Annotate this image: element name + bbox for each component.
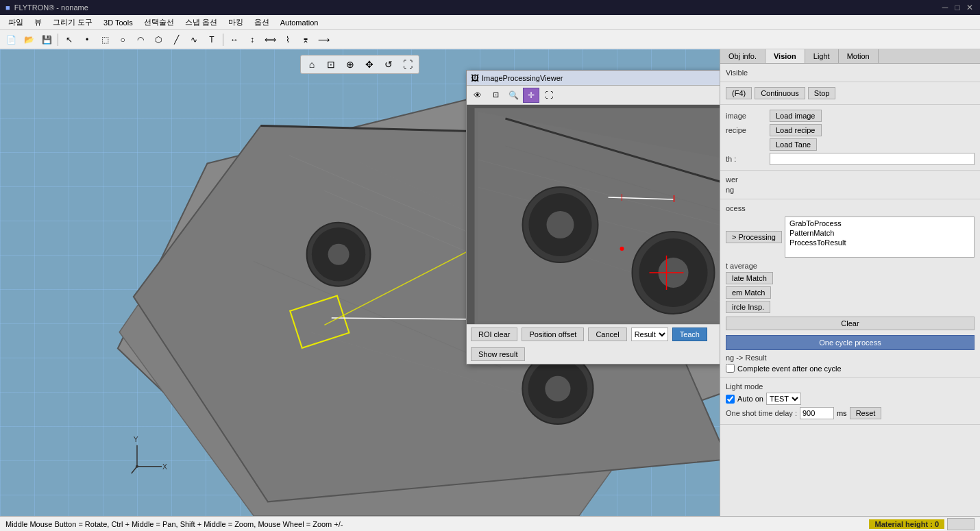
app-title: FLYTRON® - noname xyxy=(14,3,88,12)
menu-selection[interactable]: 선택술선 xyxy=(138,16,180,29)
menu-automation[interactable]: Automation xyxy=(275,17,324,28)
minimize-btn[interactable]: ─ xyxy=(940,3,950,12)
menu-draw-tools[interactable]: 그리기 도구 xyxy=(47,16,98,29)
material-height-label: Material height : xyxy=(874,520,932,528)
menu-3d-tools[interactable]: 3D Tools xyxy=(98,17,138,28)
svg-point-24 xyxy=(136,465,138,468)
right-panel: Obj info. Vision Light Motion Visible (F… xyxy=(720,49,980,516)
toolbar-save[interactable]: 💾 xyxy=(38,32,55,47)
result-select[interactable]: Result Raw xyxy=(631,328,668,341)
complete-event-label: Complete event after one cycle xyxy=(737,365,842,373)
teach-btn[interactable]: Teach xyxy=(672,328,707,341)
complete-event-row: Complete event after one cycle xyxy=(726,364,975,373)
load-tane-btn[interactable]: Load Tane xyxy=(770,138,817,151)
toolbar-dim6[interactable]: ⟶ xyxy=(315,32,332,47)
ipv-image-area xyxy=(467,105,720,324)
reset-btn[interactable]: Reset xyxy=(850,407,882,419)
toolbar-line[interactable]: ╱ xyxy=(168,32,184,47)
material-height-value: 0 xyxy=(935,520,939,528)
toolbar-new[interactable]: 📄 xyxy=(3,32,19,47)
auto-on-check[interactable] xyxy=(726,395,735,404)
load-image-btn[interactable]: Load image xyxy=(770,110,822,122)
menu-marking[interactable]: 마킹 xyxy=(223,16,249,29)
average-label: t average xyxy=(726,262,767,270)
toolbar-dim3[interactable]: ⟺ xyxy=(262,32,278,47)
ipv-dialog-icon: 🖼 xyxy=(471,73,479,83)
toolbar-dim1[interactable]: ↔ xyxy=(226,32,243,47)
process-section: ocess > Processing GrabToProcess Pattern… xyxy=(720,199,980,378)
one-shot-label: One shot time delay : xyxy=(726,409,797,417)
ipv-crosshair-btn[interactable]: ✛ xyxy=(523,88,539,103)
circle-insp-btn[interactable]: ircle Insp. xyxy=(726,301,770,313)
test-select[interactable]: TEST LIVE xyxy=(766,393,801,405)
main-toolbar: 📄 📂 💾 ↖ • ⬚ ○ ◠ ⬡ ╱ ∿ T ↔ ↕ ⟺ ⌇ ⌆ ⟶ xyxy=(0,30,980,49)
toolbar-dim5[interactable]: ⌆ xyxy=(297,32,314,47)
ipv-toolbar: 👁 ⊡ 🔍 ✛ ⛶ xyxy=(467,86,720,105)
toolbar-dim4[interactable]: ⌇ xyxy=(280,32,296,47)
toolbar-open[interactable]: 📂 xyxy=(21,32,37,47)
toolbar-spline[interactable]: ∿ xyxy=(186,32,202,47)
toolbar-dim2[interactable]: ↕ xyxy=(244,32,260,47)
stop-btn[interactable]: Stop xyxy=(808,87,836,99)
ipv-zoom-minus-btn[interactable]: 🔍 xyxy=(505,88,522,103)
width-input[interactable] xyxy=(770,153,975,165)
svg-text:Y: Y xyxy=(134,436,138,443)
menu-file[interactable]: 파일 xyxy=(3,16,29,29)
ipv-zoom-region-btn[interactable]: ⊡ xyxy=(487,88,504,103)
load-recipe-btn[interactable]: Load recipe xyxy=(770,124,822,136)
ing-result-label: ng -> Result xyxy=(726,354,767,362)
process-item-1[interactable]: PatternMatch xyxy=(787,228,972,238)
menu-snap[interactable]: 스냅 옵션 xyxy=(180,16,223,29)
show-result-btn[interactable]: Show result xyxy=(471,347,525,361)
status-message: Middle Mouse Button = Rotate, Ctrl + Mid… xyxy=(5,520,343,528)
titlebar-left: ■ FLYTRON® - noname xyxy=(5,3,88,12)
width-label: th : xyxy=(726,155,767,163)
ipv-titlebar-left: 🖼 ImageProcessingViewer xyxy=(471,73,563,83)
maximize-btn[interactable]: □ xyxy=(953,3,962,12)
load-section: image Load image recipe Load recipe Load… xyxy=(720,105,980,171)
image-label: image xyxy=(726,112,767,120)
position-offset-btn[interactable]: Position offset xyxy=(522,328,584,341)
ring-label: ng xyxy=(726,186,767,194)
tab-motion[interactable]: Motion xyxy=(839,49,879,63)
tem-match-btn[interactable]: em Match xyxy=(726,286,771,299)
one-shot-unit: ms xyxy=(837,409,847,417)
toolbar-circle[interactable]: ○ xyxy=(114,32,131,47)
to-processing-btn[interactable]: > Processing xyxy=(726,231,782,243)
complete-event-check[interactable] xyxy=(726,364,735,373)
cancel-btn[interactable]: Cancel xyxy=(588,328,626,341)
tab-light[interactable]: Light xyxy=(805,49,839,63)
continuous-btn[interactable]: Continuous xyxy=(755,87,805,99)
toolbar-polygon[interactable]: ⬡ xyxy=(150,32,167,47)
f4-btn[interactable]: (F4) xyxy=(726,87,752,99)
close-btn[interactable]: ✕ xyxy=(965,3,975,12)
toolbar-arc[interactable]: ◠ xyxy=(132,32,149,47)
ipv-dialog: 🖼 ImageProcessingViewer ✕ 👁 ⊡ 🔍 ✛ ⛶ xyxy=(466,70,720,365)
plate-match-btn[interactable]: late Match xyxy=(726,272,773,284)
process-item-0[interactable]: GrabToProcess xyxy=(787,219,972,228)
light-mode-label: Light mode xyxy=(726,382,767,391)
auto-on-label: Auto on xyxy=(737,395,763,403)
toolbar-select-box[interactable]: ⬚ xyxy=(97,32,113,47)
menu-view[interactable]: 뷰 xyxy=(29,16,47,29)
roi-clear-btn[interactable]: ROI clear xyxy=(471,328,517,341)
process-item-2[interactable]: ProcessToResult xyxy=(787,238,972,247)
svg-point-10 xyxy=(328,244,350,265)
tab-obj-info[interactable]: Obj info. xyxy=(720,49,765,63)
canvas-area[interactable]: ⌂ ⊡ ⊕ ✥ ↺ ⛶ xyxy=(0,49,720,516)
tab-vision[interactable]: Vision xyxy=(765,49,805,63)
light-mode-section: Light mode Auto on TEST LIVE One shot ti… xyxy=(720,378,980,425)
ipv-svg xyxy=(467,105,720,324)
one-shot-input[interactable] xyxy=(800,407,834,419)
visible-label: Visible xyxy=(726,69,767,77)
ipv-bottom-bar: ROI clear Position offset Cancel Result … xyxy=(467,324,720,364)
toolbar-point[interactable]: • xyxy=(79,32,95,47)
toolbar-cursor[interactable]: ↖ xyxy=(61,32,77,47)
menu-options[interactable]: 옵션 xyxy=(249,16,275,29)
clear-btn[interactable]: Clear xyxy=(726,317,975,330)
right-panel-tabs: Obj info. Vision Light Motion xyxy=(720,49,980,64)
ipv-eye-btn[interactable]: 👁 xyxy=(469,88,486,103)
toolbar-text[interactable]: T xyxy=(204,32,220,47)
one-cycle-btn[interactable]: One cycle process xyxy=(726,335,975,350)
ipv-fullscreen-btn[interactable]: ⛶ xyxy=(541,88,557,103)
